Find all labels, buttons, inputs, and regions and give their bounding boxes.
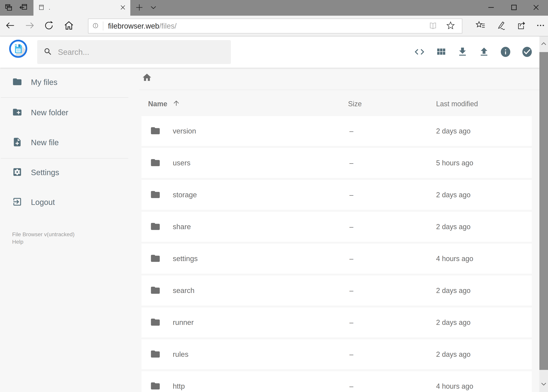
column-header-size[interactable]: Size [348, 99, 362, 109]
address-bar[interactable]: filebrowser.web/files/ [88, 19, 462, 34]
breadcrumb[interactable] [142, 72, 152, 83]
close-window-button[interactable] [528, 0, 544, 16]
sidebar-item-new-file[interactable]: New file [12, 135, 59, 150]
chevron-up-icon [540, 41, 547, 48]
url-path: /files/ [159, 22, 177, 30]
more-button[interactable] [533, 16, 548, 36]
select-check-icon[interactable] [521, 46, 533, 57]
folder-icon [150, 221, 161, 232]
refresh-button[interactable] [42, 16, 56, 36]
back-icon [5, 20, 15, 31]
tab-previews-button[interactable] [1, 0, 16, 16]
search-input[interactable] [58, 48, 215, 56]
column-header-name[interactable]: Name [148, 99, 180, 109]
filebrowser-logo[interactable] [9, 40, 28, 58]
web-note-button[interactable] [493, 16, 508, 36]
home-icon [64, 20, 74, 32]
file-modified: 5 hours ago [436, 159, 473, 167]
file-size: – [349, 255, 353, 263]
favorite-star-icon[interactable] [446, 21, 455, 31]
maximize-button[interactable] [506, 0, 522, 16]
app-version-text: File Browser v(untracked) [12, 231, 75, 238]
info-icon[interactable] [500, 46, 511, 57]
column-header-label: Size [348, 100, 362, 108]
column-header-label: Name [148, 100, 167, 108]
file-size: – [349, 287, 353, 295]
file-modified: 2 days ago [436, 318, 471, 327]
tab-list-button[interactable] [146, 0, 160, 16]
titlebar: . [0, 0, 548, 16]
file-name: share [173, 223, 191, 231]
minimize-button[interactable] [483, 0, 499, 16]
file-row[interactable]: http – 4 hours ago [141, 371, 532, 392]
tab-previews-icon [4, 3, 13, 13]
folder-icon [150, 253, 161, 264]
home-button[interactable] [62, 16, 76, 36]
share-button[interactable] [513, 16, 528, 36]
url-text: filebrowser.web/files/ [108, 22, 177, 30]
site-info-icon[interactable] [91, 22, 99, 30]
folder-icon [150, 189, 161, 201]
close-tab-icon[interactable] [120, 5, 126, 11]
urlbar-right-icons [428, 21, 462, 31]
breadcrumb-divider [139, 90, 539, 90]
file-name: runner [173, 318, 194, 327]
file-row[interactable]: settings – 4 hours ago [141, 244, 532, 273]
file-size: – [349, 127, 353, 135]
reading-view-icon[interactable] [428, 21, 438, 31]
code-icon[interactable] [414, 46, 425, 57]
file-row[interactable]: runner – 2 days ago [141, 308, 532, 337]
search-icon [43, 47, 52, 57]
sidebar-item-settings[interactable]: Settings [12, 165, 59, 180]
search-box[interactable] [37, 40, 231, 64]
new-file-icon [12, 137, 22, 148]
scroll-down-button[interactable] [539, 377, 548, 392]
hub-button[interactable] [473, 16, 488, 36]
more-icon [535, 20, 546, 31]
sidebar-item-label: My files [31, 78, 57, 87]
upload-icon[interactable] [478, 46, 490, 57]
sidebar-item-new-folder[interactable]: New folder [12, 105, 68, 120]
url-host: filebrowser.web [108, 22, 159, 30]
file-name: version [173, 127, 196, 135]
sidebar-item-my-files[interactable]: My files [12, 74, 57, 90]
file-listing: version – 2 days ago users – 5 hours ago… [141, 116, 532, 392]
file-modified: 2 days ago [436, 223, 471, 231]
file-row[interactable]: rules – 2 days ago [141, 339, 532, 369]
help-link[interactable]: Help [12, 239, 23, 245]
file-name: http [173, 382, 185, 391]
file-size: – [349, 382, 353, 391]
folder-icon [12, 77, 22, 88]
column-header-modified[interactable]: Last modified [436, 99, 478, 109]
vertical-scrollbar[interactable] [539, 36, 548, 392]
back-button[interactable] [3, 16, 18, 36]
file-size: – [349, 350, 353, 358]
refresh-icon [44, 20, 54, 31]
new-tab-button[interactable] [132, 0, 146, 16]
scroll-up-button[interactable] [539, 36, 548, 52]
folder-icon [150, 157, 161, 169]
sort-ascending-icon [172, 99, 180, 109]
file-name: rules [173, 350, 188, 358]
file-size: – [349, 223, 353, 231]
file-modified: 2 days ago [436, 287, 471, 295]
file-row[interactable]: users – 5 hours ago [141, 148, 532, 178]
browser-tab[interactable]: . [34, 0, 130, 16]
download-icon[interactable] [457, 46, 468, 57]
tabs-set-aside-button[interactable] [16, 0, 30, 16]
file-row[interactable]: share – 2 days ago [141, 212, 532, 242]
forward-button[interactable] [22, 16, 37, 36]
grid-view-icon[interactable] [435, 46, 447, 57]
file-row[interactable]: storage – 2 days ago [141, 180, 532, 210]
tab-list-chevron-icon [150, 4, 157, 12]
header-actions [414, 46, 533, 57]
column-header-label: Last modified [436, 100, 478, 108]
sidebar-item-logout[interactable]: Logout [12, 194, 55, 210]
scrollbar-thumb[interactable] [539, 52, 548, 370]
file-modified: 4 hours ago [436, 255, 473, 263]
sidebar-divider [1, 158, 128, 159]
file-name: search [173, 287, 194, 295]
file-row[interactable]: search – 2 days ago [141, 276, 532, 306]
sidebar-item-label: Settings [31, 168, 59, 177]
file-row[interactable]: version – 2 days ago [141, 116, 532, 146]
